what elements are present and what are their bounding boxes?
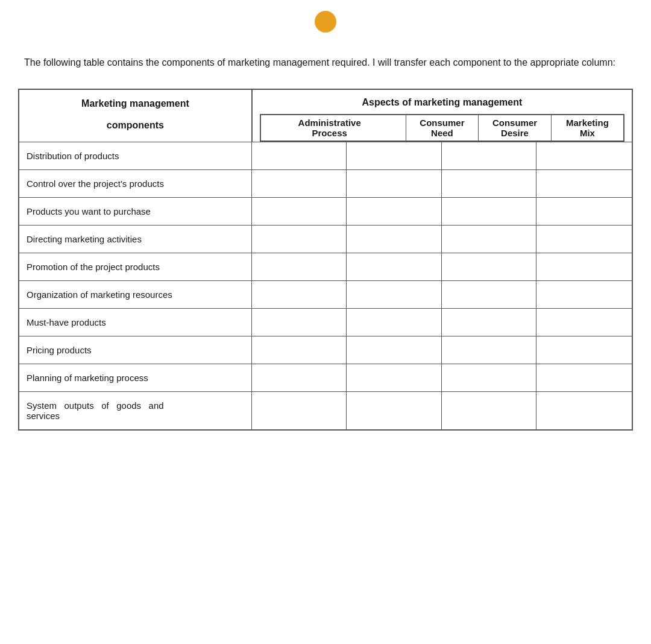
row-desire-cell <box>441 392 536 431</box>
row-admin-cell <box>252 281 347 309</box>
sub-header-mix: Marketing Mix <box>551 115 624 141</box>
table-row: Pricing products <box>19 336 632 364</box>
row-admin-cell <box>252 336 347 364</box>
main-table-container: Marketing management components Aspects … <box>18 89 633 431</box>
row-label: Promotion of the project products <box>19 253 252 281</box>
row-desire-cell <box>441 336 536 364</box>
row-need-cell <box>347 198 441 226</box>
table-row: Planning of marketing process <box>19 364 632 392</box>
row-label: System outputs of goods andservices <box>19 392 252 431</box>
row-desire-cell <box>441 364 536 392</box>
row-desire-cell <box>441 281 536 309</box>
table-row: Directing marketing activities <box>19 226 632 253</box>
table-row: Organization of marketing resources <box>19 281 632 309</box>
aspects-header-text: Aspects of marketing management <box>260 97 624 108</box>
row-need-cell <box>347 364 441 392</box>
row-label: Distribution of products <box>19 142 252 170</box>
row-need-cell <box>347 392 441 431</box>
row-desire-cell <box>441 253 536 281</box>
sub-header-need: Consumer Need <box>406 115 479 141</box>
row-need-cell <box>347 309 441 336</box>
row-label: Products you want to purchase <box>19 198 252 226</box>
row-admin-cell <box>252 142 347 170</box>
row-mix-cell <box>536 253 632 281</box>
row-mix-cell <box>536 336 632 364</box>
row-admin-cell <box>252 392 347 431</box>
row-label: Must-have products <box>19 309 252 336</box>
row-label: Planning of marketing process <box>19 364 252 392</box>
row-need-cell <box>347 253 441 281</box>
orange-circle-decoration <box>315 11 336 33</box>
sub-header-desire: Consumer Desire <box>479 115 552 141</box>
row-need-cell <box>347 281 441 309</box>
aspects-header-cell: Aspects of marketing management Administ… <box>252 89 632 142</box>
row-need-cell <box>347 336 441 364</box>
row-desire-cell <box>441 170 536 198</box>
row-label: Directing marketing activities <box>19 226 252 253</box>
table-row: Products you want to purchase <box>19 198 632 226</box>
row-mix-cell <box>536 281 632 309</box>
row-desire-cell <box>441 226 536 253</box>
row-mix-cell <box>536 198 632 226</box>
row-need-cell <box>347 142 441 170</box>
row-need-cell <box>347 170 441 198</box>
row-admin-cell <box>252 253 347 281</box>
sub-header-admin: Administrative Process <box>260 115 406 141</box>
row-mix-cell <box>536 309 632 336</box>
row-label: Pricing products <box>19 336 252 364</box>
row-label: Control over the project's products <box>19 170 252 198</box>
row-need-cell <box>347 226 441 253</box>
table-row: Control over the project's products <box>19 170 632 198</box>
row-mix-cell <box>536 226 632 253</box>
table-row: Must-have products <box>19 309 632 336</box>
col-components-header: Marketing management components <box>19 89 252 142</box>
row-desire-cell <box>441 142 536 170</box>
row-label: Organization of marketing resources <box>19 281 252 309</box>
marketing-management-table: Marketing management components Aspects … <box>18 89 633 431</box>
row-admin-cell <box>252 226 347 253</box>
row-mix-cell <box>536 364 632 392</box>
row-mix-cell <box>536 142 632 170</box>
row-admin-cell <box>252 309 347 336</box>
row-admin-cell <box>252 170 347 198</box>
row-admin-cell <box>252 364 347 392</box>
row-mix-cell <box>536 392 632 431</box>
table-row: Promotion of the project products <box>19 253 632 281</box>
row-desire-cell <box>441 309 536 336</box>
table-row: Distribution of products <box>19 142 632 170</box>
row-desire-cell <box>441 198 536 226</box>
row-admin-cell <box>252 198 347 226</box>
intro-paragraph: The following table contains the compone… <box>24 54 627 71</box>
row-mix-cell <box>536 170 632 198</box>
table-row: System outputs of goods andservices <box>19 392 632 431</box>
